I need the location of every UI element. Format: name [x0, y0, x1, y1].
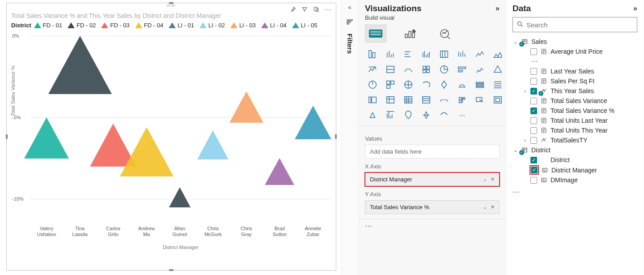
visual-type-icon[interactable]	[436, 63, 452, 76]
visual-type-icon[interactable]	[383, 48, 398, 60]
visual-type-icon[interactable]	[383, 78, 398, 91]
chevron-right-icon[interactable]: ›	[522, 88, 528, 94]
data-point[interactable]	[265, 158, 294, 185]
field-node[interactable]: ✓ District Manager	[522, 165, 639, 175]
visual-type-icon[interactable]	[490, 78, 505, 91]
chevron-down-icon[interactable]: ⌄	[513, 147, 518, 153]
field-checkbox[interactable]	[530, 117, 537, 124]
table-node[interactable]: ⌄ District	[513, 145, 639, 155]
field-node[interactable]: Total Units This Year	[522, 125, 639, 135]
more-wells-icon[interactable]: ⋯	[359, 219, 506, 233]
collapse-data-icon[interactable]: »	[633, 4, 637, 13]
more-options-icon[interactable]: ⋯	[324, 6, 331, 13]
visual-drag-handle[interactable]: ══	[7, 3, 336, 9]
field-checkbox[interactable]: ✓	[530, 107, 537, 114]
field-node[interactable]: › ✓ This Year Sales	[522, 86, 639, 96]
legend-item[interactable]: FD - 03	[101, 22, 129, 29]
filters-pane-collapsed[interactable]: « Filters	[341, 0, 359, 275]
visual-type-icon[interactable]	[490, 48, 505, 60]
visual-type-icon[interactable]	[365, 109, 380, 121]
visual-type-icon[interactable]	[419, 109, 434, 121]
search-input[interactable]	[526, 21, 633, 29]
visual-type-icon[interactable]	[383, 109, 398, 121]
field-node[interactable]: Average Unit Price	[522, 47, 639, 56]
field-node[interactable]: Sales Per Sq Ft	[522, 76, 639, 86]
field-node[interactable]: ✓ Total Sales Variance %	[522, 106, 639, 116]
visual-type-icon[interactable]	[383, 63, 398, 76]
data-point[interactable]	[169, 187, 191, 207]
field-node[interactable]: › TotalSalesTY	[522, 135, 639, 145]
visual-type-icon[interactable]	[454, 78, 470, 91]
visual-type-icon[interactable]	[401, 78, 416, 91]
visual-type-icon[interactable]	[401, 48, 416, 60]
legend-item[interactable]: LI - 03	[230, 22, 256, 29]
field-node[interactable]: ✓ District	[522, 155, 639, 165]
visual-type-icon[interactable]	[436, 109, 452, 121]
chart-plot-area[interactable]: Total Sales Variance % District Manager …	[30, 31, 331, 251]
chevron-right-icon[interactable]: ›	[522, 138, 528, 143]
expand-filters-icon[interactable]: «	[348, 4, 352, 11]
visual-type-icon[interactable]	[472, 78, 487, 91]
build-visual-tab[interactable]	[365, 25, 386, 43]
legend-item[interactable]: LI - 01	[169, 22, 194, 29]
visual-type-icon[interactable]	[365, 48, 380, 60]
field-checkbox[interactable]	[530, 127, 537, 134]
visual-type-icon[interactable]	[490, 63, 505, 76]
field-checkbox[interactable]	[530, 137, 537, 144]
search-box[interactable]	[513, 17, 637, 32]
field-node[interactable]: Last Year Sales	[522, 66, 639, 76]
visual-type-icon[interactable]	[472, 48, 487, 60]
field-node[interactable]: DMImage	[522, 175, 639, 185]
field-checkbox[interactable]	[530, 68, 537, 75]
visual-type-icon[interactable]	[472, 63, 487, 76]
data-point[interactable]	[295, 106, 331, 139]
visual-type-icon[interactable]	[436, 48, 452, 60]
visual-type-icon[interactable]	[419, 63, 434, 76]
visual-type-icon[interactable]	[419, 48, 434, 60]
chevron-down-icon[interactable]: ⌄	[513, 39, 518, 45]
pin-icon[interactable]	[289, 6, 297, 13]
field-overflow-icon[interactable]: ⋯	[531, 58, 538, 65]
visual-type-icon[interactable]	[419, 78, 434, 91]
visual-type-icon[interactable]	[365, 78, 380, 91]
field-checkbox[interactable]: ✓	[530, 88, 537, 95]
visual-type-icon[interactable]	[401, 63, 416, 76]
field-checkbox[interactable]	[530, 48, 537, 55]
legend-item[interactable]: LI - 04	[261, 22, 287, 29]
field-checkbox[interactable]: ✓	[530, 157, 537, 163]
field-node[interactable]: Total Units Last Year	[522, 116, 639, 125]
format-visual-tab[interactable]	[400, 25, 421, 43]
visual-type-icon[interactable]	[454, 63, 470, 76]
data-point[interactable]	[48, 36, 112, 94]
visual-type-icon[interactable]	[401, 94, 416, 106]
chevron-down-icon[interactable]: ⌄	[483, 204, 487, 210]
x-axis-well[interactable]: District Manager ⌄ ✕	[365, 172, 500, 186]
visual-type-icon[interactable]	[454, 48, 470, 60]
remove-field-icon[interactable]: ✕	[491, 176, 495, 182]
more-data-icon[interactable]: ⋯	[506, 185, 644, 199]
visual-type-icon[interactable]	[365, 94, 380, 106]
visual-type-icon[interactable]	[383, 94, 398, 106]
legend-item[interactable]: FD - 01	[34, 22, 62, 29]
visual-type-icon[interactable]	[472, 94, 487, 106]
legend-item[interactable]: FD - 04	[135, 22, 163, 29]
field-checkbox[interactable]: ✓	[531, 167, 538, 173]
collapse-visualizations-icon[interactable]: »	[496, 4, 500, 13]
data-point[interactable]	[120, 127, 174, 176]
remove-field-icon[interactable]: ✕	[491, 204, 495, 210]
filter-icon[interactable]	[301, 6, 308, 13]
visual-type-icon[interactable]	[365, 63, 380, 76]
visual-type-icon[interactable]	[419, 94, 434, 106]
data-point[interactable]	[197, 130, 229, 159]
legend-item[interactable]: FD - 02	[68, 22, 96, 29]
legend-item[interactable]: LI - 02	[199, 22, 225, 29]
visual-frame[interactable]: ══ ⋯ Total Sales Variance % and This Yea…	[6, 3, 336, 271]
focus-mode-icon[interactable]	[313, 6, 320, 13]
more-visuals-icon[interactable]: ⋯	[454, 109, 470, 121]
visual-type-icon[interactable]	[454, 94, 470, 106]
field-node[interactable]: Total Sales Variance	[522, 96, 639, 106]
data-point[interactable]	[229, 91, 263, 123]
visual-type-icon[interactable]	[490, 94, 505, 106]
visual-type-icon[interactable]	[436, 94, 452, 106]
chevron-down-icon[interactable]: ⌄	[483, 176, 487, 182]
